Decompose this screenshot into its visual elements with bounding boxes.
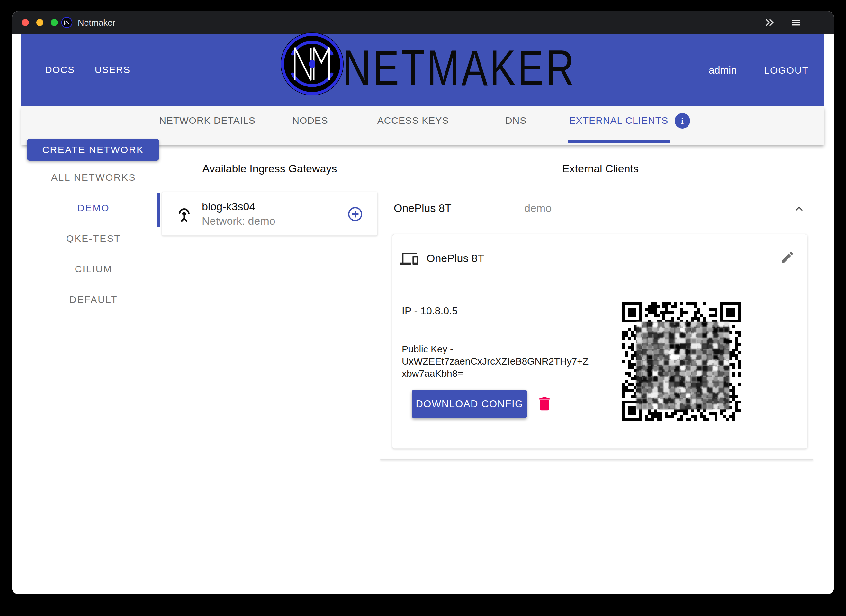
- delete-client-icon[interactable]: [536, 395, 553, 413]
- close-window-button[interactable]: [22, 19, 29, 26]
- client-qr-code: [618, 299, 745, 425]
- brand-wordmark: NETMAKER: [343, 39, 576, 97]
- edit-pencil-icon[interactable]: [780, 250, 795, 265]
- gateway-network: Network: demo: [202, 215, 275, 227]
- brand: NETMAKER: [280, 31, 601, 102]
- app-header: DOCS USERS NETMAKER admin LOGOUT: [21, 34, 824, 106]
- clients-heading: External Clients: [380, 162, 821, 175]
- gateway-list-item[interactable]: blog-k3s04 Network: demo: [162, 192, 377, 236]
- sidebar-item-qke-test[interactable]: QKE-TEST: [12, 233, 175, 244]
- nav-users-link[interactable]: USERS: [95, 64, 131, 75]
- zoom-window-button[interactable]: [51, 19, 58, 26]
- app-window: Netmaker DOCS USERS: [12, 11, 834, 594]
- add-client-icon[interactable]: [347, 206, 363, 222]
- devices-icon: [401, 250, 419, 268]
- tab-nodes[interactable]: NODES: [259, 106, 361, 145]
- minimize-window-button[interactable]: [36, 19, 43, 26]
- client-summary-name[interactable]: OnePlus 8T: [394, 202, 452, 215]
- chevron-up-icon[interactable]: [793, 203, 805, 215]
- gateway-selected-bar: [157, 193, 160, 226]
- tab-access-keys[interactable]: ACCESS KEYS: [361, 106, 464, 145]
- current-user-label[interactable]: admin: [709, 64, 737, 76]
- accordion-divider: [380, 459, 813, 460]
- sidebar-item-default[interactable]: DEFAULT: [12, 294, 175, 305]
- client-summary-network: demo: [524, 202, 552, 215]
- netmaker-favicon-icon: [61, 17, 73, 28]
- tab-network-details[interactable]: NETWORK DETAILS: [156, 106, 259, 145]
- netmaker-logo-icon: [280, 31, 345, 97]
- client-public-key: Public Key - UxWZEEt7zaenCxJrcXZIeB8GNR2…: [402, 343, 592, 380]
- double-chevron-icon[interactable]: [764, 18, 775, 27]
- gateways-heading: Available Ingress Gateways: [162, 162, 377, 175]
- client-name: OnePlus 8T: [426, 252, 485, 265]
- public-key-value: UxWZEEt7zaenCxJrcXZIeB8GNR2THy7+Zxbw7aaK…: [402, 355, 592, 380]
- antenna-icon: [175, 204, 194, 223]
- download-config-button[interactable]: DOWNLOAD CONFIG: [412, 390, 527, 418]
- sidebar-item-demo[interactable]: DEMO: [12, 203, 175, 213]
- main-area: CREATE NETWORK ALL NETWORKS DEMO QKE-TES…: [12, 145, 834, 594]
- network-sidebar: ALL NETWORKS DEMO QKE-TEST CILIUM DEFAUL…: [12, 172, 175, 325]
- titlebar: Netmaker: [12, 11, 834, 34]
- active-tab-indicator: [568, 141, 670, 143]
- window-title: Netmaker: [78, 18, 115, 28]
- sidebar-item-all-networks[interactable]: ALL NETWORKS: [12, 172, 175, 182]
- client-detail-card: OnePlus 8T IP - 10.8.0.5 Public Key - Ux…: [392, 234, 808, 449]
- create-network-button[interactable]: CREATE NETWORK: [27, 139, 159, 161]
- public-key-label: Public Key -: [402, 343, 592, 355]
- hamburger-menu-icon[interactable]: [791, 18, 802, 27]
- gateway-name: blog-k3s04: [202, 200, 275, 213]
- tab-dns[interactable]: DNS: [464, 106, 567, 145]
- client-ip: IP - 10.8.0.5: [402, 305, 458, 317]
- info-icon[interactable]: i: [675, 113, 690, 129]
- tab-external-clients[interactable]: EXTERNAL CLIENTS: [567, 106, 670, 145]
- page-content: DOCS USERS NETMAKER admin LOGOUT: [12, 34, 834, 594]
- sidebar-item-cilium[interactable]: CILIUM: [12, 264, 175, 274]
- nav-docs-link[interactable]: DOCS: [45, 64, 75, 75]
- logout-button[interactable]: LOGOUT: [764, 65, 809, 76]
